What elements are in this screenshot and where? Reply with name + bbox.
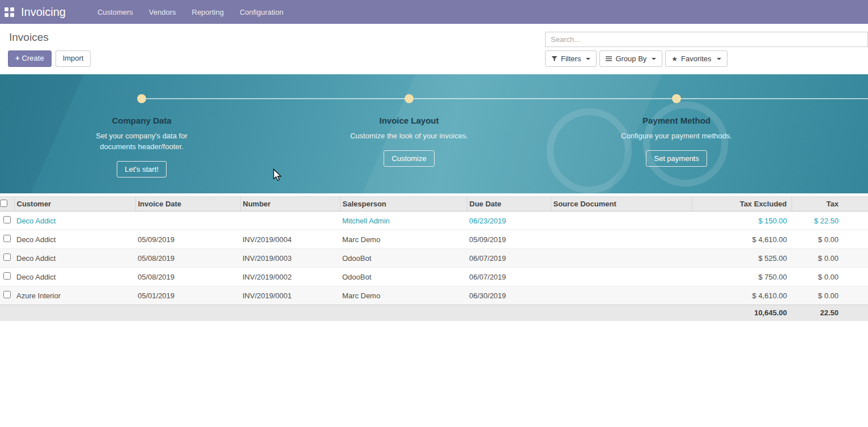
table-row[interactable]: Deco Addict 05/08/2019 INV/2019/0002 Odo… (0, 268, 868, 286)
row-checkbox-cell (0, 286, 14, 305)
step-description: Set your company's data for documents he… (82, 130, 202, 152)
search-options: Filters Group By ★ Favorites (545, 50, 727, 67)
cell-customer: Deco Addict (14, 268, 135, 286)
create-button[interactable]: +Create (8, 50, 52, 67)
cell-salesperson: Marc Demo (340, 286, 467, 305)
menu-customers[interactable]: Customers (97, 8, 133, 16)
cell-due-date: 06/30/2019 (467, 286, 551, 305)
cell-number: INV/2019/0002 (240, 268, 340, 286)
column-header-source-document[interactable]: Source Document (551, 197, 692, 212)
menu-configuration[interactable]: Configuration (240, 8, 283, 16)
cell-salesperson: Mitchell Admin (340, 212, 467, 230)
column-header-invoice-date[interactable]: Invoice Date (135, 197, 240, 212)
cell-due-date: 06/23/2019 (467, 212, 551, 230)
cell-number: INV/2019/0004 (240, 230, 340, 249)
plus-icon: + (15, 54, 20, 62)
totals-empty-cell (14, 305, 135, 321)
cell-due-date: 06/07/2019 (467, 249, 551, 268)
funnel-icon (551, 56, 558, 62)
apps-grid-square (5, 7, 8, 11)
top-navbar: Invoicing Customers Vendors Reporting Co… (0, 0, 868, 24)
apps-menu-icon[interactable] (5, 7, 14, 17)
search-input[interactable] (545, 32, 868, 47)
row-checkbox[interactable] (3, 216, 11, 223)
row-checkbox-cell (0, 249, 14, 268)
cell-number (240, 212, 340, 230)
lets-start-button[interactable]: Let's start! (117, 161, 167, 177)
star-icon: ★ (671, 56, 678, 62)
totals-empty-cell (0, 305, 14, 321)
total-tax: 22.50 (792, 305, 868, 321)
column-header-customer[interactable]: Customer (14, 197, 135, 212)
table-row[interactable]: Azure Interior 05/01/2019 INV/2019/0001 … (0, 286, 868, 305)
cell-tax: $ 22.50 (792, 212, 868, 230)
select-all-checkbox-cell (0, 197, 14, 212)
onboarding-step-company-data: Company Data Set your company's data for… (76, 94, 207, 177)
page-title: Invoices (9, 31, 49, 44)
row-checkbox[interactable] (3, 253, 11, 261)
table-row[interactable]: Deco Addict Mitchell Admin 06/23/2019 $ … (0, 212, 868, 230)
cell-salesperson: OdooBot (340, 268, 467, 286)
column-header-tax-excluded[interactable]: Tax Excluded (692, 197, 792, 212)
cell-source-document (551, 230, 692, 249)
row-checkbox-cell (0, 230, 14, 249)
cell-due-date: 05/09/2019 (467, 230, 551, 249)
cell-tax-excluded: $ 4,610.00 (692, 230, 792, 249)
column-header-number[interactable]: Number (240, 197, 340, 212)
step-description: Configure your payment methods. (616, 130, 737, 141)
row-checkbox[interactable] (3, 291, 11, 298)
app-title[interactable]: Invoicing (21, 6, 66, 19)
timeline-dot (672, 94, 681, 103)
column-header-salesperson[interactable]: Salesperson (340, 197, 467, 212)
group-by-label: Group By (615, 54, 646, 63)
cell-tax: $ 0.00 (792, 286, 868, 305)
step-title: Company Data (76, 116, 207, 125)
select-all-checkbox[interactable] (0, 200, 7, 207)
row-checkbox[interactable] (3, 272, 11, 280)
row-checkbox-cell (0, 268, 14, 286)
onboarding-step-payment-method: Payment Method Configure your payment me… (611, 94, 742, 167)
cell-invoice-date: 05/08/2019 (135, 249, 240, 268)
cell-tax-excluded: $ 4,610.00 (692, 286, 792, 305)
cell-tax: $ 0.00 (792, 230, 868, 249)
cell-invoice-date: 05/09/2019 (135, 230, 240, 249)
group-by-button[interactable]: Group By (599, 50, 662, 67)
onboarding-banner: Company Data Set your company's data for… (0, 74, 868, 193)
onboarding-step-invoice-layout: Invoice Layout Customize the look of you… (344, 94, 474, 167)
step-title: Payment Method (611, 116, 742, 125)
timeline-dot (137, 94, 146, 103)
total-tax-excluded: 10,645.00 (692, 305, 792, 321)
table-totals-row: 10,645.00 22.50 (0, 305, 868, 321)
filters-button[interactable]: Filters (545, 50, 597, 67)
totals-empty-cell (135, 305, 240, 321)
table-header-row: Customer Invoice Date Number Salesperson… (0, 197, 868, 212)
cell-due-date: 06/07/2019 (467, 268, 551, 286)
apps-grid-square (10, 13, 14, 17)
chevron-down-icon (652, 58, 656, 60)
row-checkbox[interactable] (3, 235, 11, 242)
import-button[interactable]: Import (56, 50, 91, 67)
menu-vendors[interactable]: Vendors (149, 8, 176, 16)
favorites-button[interactable]: ★ Favorites (665, 50, 727, 67)
create-button-label: Create (22, 54, 44, 62)
row-checkbox-cell (0, 212, 14, 230)
cell-source-document (551, 212, 692, 230)
column-header-due-date[interactable]: Due Date (467, 197, 551, 212)
cell-tax-excluded: $ 525.00 (692, 249, 792, 268)
column-header-tax[interactable]: Tax (792, 197, 868, 212)
cell-customer: Azure Interior (14, 286, 135, 305)
set-payments-button[interactable]: Set payments (646, 150, 707, 167)
customize-button[interactable]: Customize (384, 150, 434, 167)
menu-reporting[interactable]: Reporting (192, 8, 224, 16)
main-menu: Customers Vendors Reporting Configuratio… (97, 8, 283, 16)
table-row[interactable]: Deco Addict 05/09/2019 INV/2019/0004 Mar… (0, 230, 868, 249)
totals-empty-cell (467, 305, 551, 321)
cell-number: INV/2019/0001 (240, 286, 340, 305)
onboarding-timeline-line (142, 98, 868, 99)
cell-customer: Deco Addict (14, 230, 135, 249)
action-buttons: +Create Import (8, 50, 91, 67)
totals-empty-cell (551, 305, 692, 321)
timeline-dot (405, 94, 414, 103)
filters-label: Filters (561, 54, 581, 63)
table-row[interactable]: Deco Addict 05/08/2019 INV/2019/0003 Odo… (0, 249, 868, 268)
